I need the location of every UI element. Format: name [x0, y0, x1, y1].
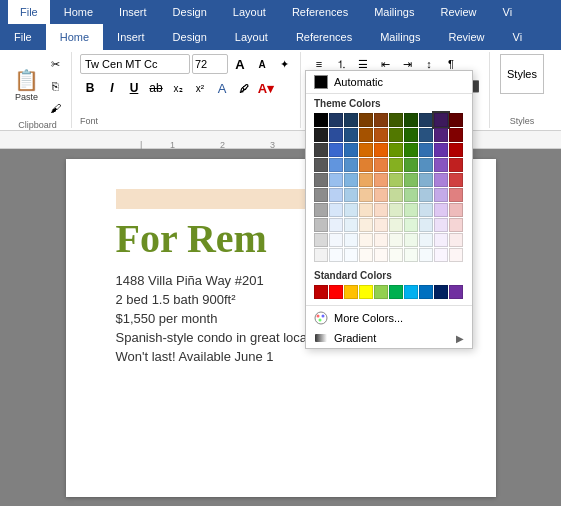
theme-swatch[interactable]	[344, 248, 358, 262]
paste-button[interactable]: 📋 Paste	[10, 56, 43, 116]
font-color-button[interactable]: A▾	[256, 78, 276, 98]
theme-swatch[interactable]	[329, 128, 343, 142]
theme-swatch[interactable]	[374, 143, 388, 157]
strikethrough-button[interactable]: ab	[146, 78, 166, 98]
theme-swatch[interactable]	[374, 233, 388, 247]
tab-view[interactable]: Vi	[491, 0, 525, 24]
italic-button[interactable]: I	[102, 78, 122, 98]
theme-swatch[interactable]	[359, 188, 373, 202]
theme-swatch[interactable]	[374, 173, 388, 187]
ribbon-tab-vi[interactable]: Vi	[499, 24, 537, 50]
theme-swatch[interactable]	[449, 203, 463, 217]
bold-button[interactable]: B	[80, 78, 100, 98]
decrease-font-button[interactable]: A	[252, 54, 272, 74]
tab-insert[interactable]: Insert	[107, 0, 159, 24]
cut-button[interactable]: ✂	[45, 54, 65, 74]
theme-swatch[interactable]	[359, 173, 373, 187]
standard-swatch[interactable]	[329, 285, 343, 299]
theme-swatch[interactable]	[404, 233, 418, 247]
theme-swatch[interactable]	[329, 143, 343, 157]
theme-swatch[interactable]	[329, 203, 343, 217]
theme-swatch[interactable]	[344, 233, 358, 247]
ribbon-tab-references[interactable]: References	[282, 24, 366, 50]
theme-swatch[interactable]	[389, 233, 403, 247]
theme-swatch[interactable]	[314, 158, 328, 172]
format-painter-button[interactable]: 🖌	[45, 98, 65, 118]
theme-swatch[interactable]	[404, 158, 418, 172]
superscript-button[interactable]: x²	[190, 78, 210, 98]
ribbon-tab-layout[interactable]: Layout	[221, 24, 282, 50]
ribbon-tab-home[interactable]: Home	[46, 24, 103, 50]
theme-swatch[interactable]	[329, 218, 343, 232]
ribbon-tab-insert[interactable]: Insert	[103, 24, 159, 50]
font-name-input[interactable]	[80, 54, 190, 74]
theme-swatch[interactable]	[404, 128, 418, 142]
theme-swatch[interactable]	[419, 233, 433, 247]
standard-swatch[interactable]	[314, 285, 328, 299]
standard-swatch[interactable]	[434, 285, 448, 299]
theme-swatch[interactable]	[389, 218, 403, 232]
theme-swatch[interactable]	[374, 113, 388, 127]
theme-swatch[interactable]	[359, 233, 373, 247]
tab-references[interactable]: References	[280, 0, 360, 24]
gradient-action[interactable]: Gradient ▶	[306, 328, 472, 348]
theme-swatch[interactable]	[359, 113, 373, 127]
text-highlight-button[interactable]: 🖊	[234, 78, 254, 98]
standard-swatch[interactable]	[404, 285, 418, 299]
theme-swatch[interactable]	[344, 128, 358, 142]
tab-layout[interactable]: Layout	[221, 0, 278, 24]
theme-swatch[interactable]	[329, 173, 343, 187]
theme-swatch[interactable]	[434, 128, 448, 142]
standard-swatch[interactable]	[419, 285, 433, 299]
tab-file[interactable]: File	[8, 0, 50, 24]
standard-swatch[interactable]	[449, 285, 463, 299]
theme-swatch[interactable]	[314, 203, 328, 217]
theme-swatch[interactable]	[374, 203, 388, 217]
theme-swatch[interactable]	[419, 203, 433, 217]
theme-swatch[interactable]	[449, 248, 463, 262]
tab-home[interactable]: Home	[52, 0, 105, 24]
theme-swatch[interactable]	[434, 248, 448, 262]
standard-swatch[interactable]	[389, 285, 403, 299]
theme-swatch[interactable]	[344, 113, 358, 127]
theme-swatch[interactable]	[359, 158, 373, 172]
automatic-color-option[interactable]: Automatic	[306, 71, 472, 94]
theme-swatch[interactable]	[314, 218, 328, 232]
increase-font-button[interactable]: A	[230, 54, 250, 74]
ribbon-tab-review[interactable]: Review	[435, 24, 499, 50]
subscript-button[interactable]: x₂	[168, 78, 188, 98]
theme-swatch[interactable]	[449, 233, 463, 247]
theme-swatch[interactable]	[449, 158, 463, 172]
theme-swatch[interactable]	[374, 128, 388, 142]
theme-swatch[interactable]	[404, 143, 418, 157]
theme-swatch[interactable]	[314, 173, 328, 187]
theme-swatch[interactable]	[344, 158, 358, 172]
theme-swatch[interactable]	[419, 113, 433, 127]
theme-swatch[interactable]	[344, 218, 358, 232]
theme-swatch[interactable]	[449, 113, 463, 127]
theme-swatch[interactable]	[389, 248, 403, 262]
theme-swatch[interactable]	[314, 233, 328, 247]
theme-swatch[interactable]	[389, 113, 403, 127]
theme-swatch[interactable]	[344, 188, 358, 202]
theme-swatch[interactable]	[449, 173, 463, 187]
theme-swatch[interactable]	[359, 203, 373, 217]
theme-swatch[interactable]	[419, 188, 433, 202]
theme-swatch[interactable]	[359, 248, 373, 262]
theme-swatch[interactable]	[344, 173, 358, 187]
theme-swatch[interactable]	[434, 203, 448, 217]
theme-swatch[interactable]	[314, 128, 328, 142]
ribbon-tab-design[interactable]: Design	[159, 24, 221, 50]
standard-swatch[interactable]	[344, 285, 358, 299]
font-size-input[interactable]	[192, 54, 228, 74]
ribbon-tab-file[interactable]: File	[0, 24, 46, 50]
copy-button[interactable]: ⎘	[45, 76, 65, 96]
text-effects-button[interactable]: A	[212, 78, 232, 98]
theme-swatch[interactable]	[449, 218, 463, 232]
ribbon-tab-mailings[interactable]: Mailings	[366, 24, 434, 50]
standard-swatch[interactable]	[359, 285, 373, 299]
theme-swatch[interactable]	[404, 188, 418, 202]
theme-swatch[interactable]	[314, 143, 328, 157]
theme-swatch[interactable]	[404, 203, 418, 217]
theme-swatch[interactable]	[359, 143, 373, 157]
